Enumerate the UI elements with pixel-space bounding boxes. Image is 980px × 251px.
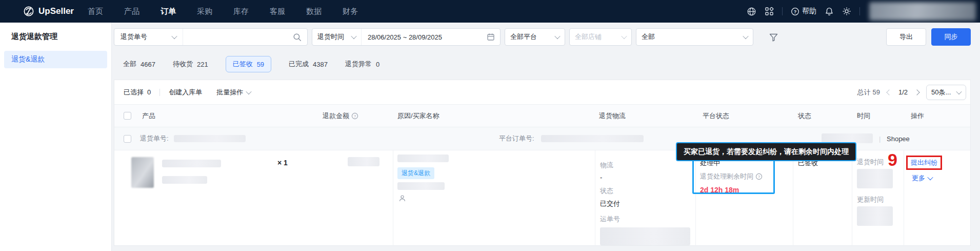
next-page-icon[interactable]: [914, 89, 919, 95]
annotation-number-9: 9: [888, 151, 897, 168]
filter-funnel-icon[interactable]: [769, 32, 778, 42]
nav-right-tools: ? 帮助: [747, 2, 976, 21]
platform-select[interactable]: 全部平台: [505, 28, 565, 46]
divider: |: [879, 135, 881, 143]
status-select[interactable]: 全部: [636, 28, 753, 46]
export-button[interactable]: 导出: [886, 28, 926, 46]
select-all-checkbox[interactable]: [124, 112, 131, 120]
nav-item-service[interactable]: 客服: [270, 7, 285, 16]
batch-operations-button[interactable]: 批量操作: [216, 88, 251, 97]
question-circle-icon[interactable]: ?: [755, 173, 763, 180]
calendar-icon[interactable]: [487, 33, 495, 41]
shop-select[interactable]: 全部店铺: [569, 28, 632, 46]
return-time-blurred: [857, 169, 893, 188]
settings-gear-icon[interactable]: [842, 7, 851, 16]
pagination: 总计 59 1/2 50条...: [857, 85, 966, 100]
status-cell: 已签收: [793, 150, 852, 246]
divider: [159, 89, 160, 96]
buyer-person-icon[interactable]: [398, 195, 406, 202]
help-label: 帮助: [802, 7, 816, 16]
returns-refunds-page: UpSeller 首页 产品 订单 采购 库存 客服 数据 财务 ? 帮: [0, 0, 980, 251]
results-card: 已选择0 创建入库单 批量操作 总计 59 1/2 50条...: [114, 80, 971, 246]
nav-item-purchase[interactable]: 采购: [197, 7, 212, 16]
search-type-value: 退货单号: [121, 32, 147, 42]
tab-to-receive[interactable]: 待收货221: [173, 60, 208, 69]
chevron-down-icon: [621, 33, 627, 39]
logistics-label: 物流: [600, 161, 695, 170]
product-cell: × 1: [114, 150, 317, 246]
nav-item-finance[interactable]: 财务: [343, 7, 358, 16]
actions-cell: 提出纠纷 更多: [904, 150, 970, 246]
return-no-label: 退货单号:: [140, 134, 169, 143]
row-checkbox[interactable]: [124, 135, 131, 143]
col-time: 时间: [857, 111, 870, 121]
logistics-value: -: [600, 173, 695, 181]
chevron-down-icon: [554, 33, 560, 39]
sidebar-title: 退货退款管理: [11, 32, 111, 42]
page-indicator: 1/2: [898, 88, 908, 96]
raise-dispute-link[interactable]: 提出纠纷: [906, 156, 942, 170]
remaining-time-row: 退货处理剩余时间 ?: [700, 172, 773, 181]
chevron-down-icon: [246, 88, 252, 94]
buyer-name-blurred: [397, 182, 445, 190]
tab-return-abnormal[interactable]: 退货异常0: [345, 60, 379, 69]
sync-button[interactable]: 同步: [931, 28, 971, 46]
tab-all[interactable]: 全部4667: [123, 60, 155, 69]
tab-completed[interactable]: 已完成4387: [289, 60, 328, 69]
date-range-value[interactable]: 28/06/2025 ~ 28/09/2025: [362, 33, 487, 41]
refund-amount-cell: [317, 150, 393, 246]
reason-blurred: [397, 155, 449, 162]
remaining-time-value: 2d 12h 18m: [700, 186, 773, 194]
chevron-down-icon: [956, 88, 962, 94]
dispute-tooltip: 买家已退货，若需要发起纠纷，请在剩余时间内处理: [676, 142, 856, 161]
create-inbound-button[interactable]: 创建入库单: [169, 88, 202, 97]
reason-buyer-cell: 退货&退款: [393, 150, 595, 246]
brand-logo[interactable]: UpSeller: [23, 6, 74, 17]
help-question-icon: ?: [791, 7, 799, 16]
col-reason-buyer: 原因/买家名称: [397, 111, 439, 121]
user-account-blurred[interactable]: [869, 2, 976, 21]
chevron-down-icon: [171, 33, 177, 39]
tab-received[interactable]: 已签收59: [226, 56, 271, 72]
col-status: 状态: [798, 111, 811, 121]
search-type-select[interactable]: 退货单号: [114, 29, 183, 45]
table-row: × 1 退货&退款 物流 - 状态 已交付 运单号: [114, 150, 970, 246]
platform-name: Shopee: [887, 135, 910, 143]
nav-item-home[interactable]: 首页: [88, 7, 103, 16]
search-group: 退货单号: [114, 28, 308, 46]
sidebar-item-returns-refunds[interactable]: 退货&退款: [4, 51, 107, 68]
more-actions-link[interactable]: 更多: [912, 173, 932, 183]
brand-name: UpSeller: [38, 6, 74, 16]
ship-status-value: 已交付: [600, 199, 695, 208]
col-return-logistics: 退货物流: [599, 111, 626, 121]
nav-item-products[interactable]: 产品: [124, 7, 139, 16]
nav-item-data[interactable]: 数据: [306, 7, 322, 16]
question-circle-icon[interactable]: ?: [351, 112, 358, 120]
language-globe-icon[interactable]: [747, 7, 756, 16]
col-actions: 操作: [911, 111, 924, 121]
search-input[interactable]: [183, 29, 293, 45]
product-title-blurred: [162, 160, 221, 167]
apps-grid-icon[interactable]: [765, 7, 774, 16]
platform-order-label: 平台订单号:: [499, 134, 534, 143]
col-refund-amount: 退款金额: [323, 111, 349, 121]
time-type-select[interactable]: 退货时间: [312, 29, 361, 45]
product-sku-blurred: [162, 176, 207, 184]
tab-count: 0: [376, 61, 379, 68]
filter-bar: 退货单号 退货时间 28/06/2025 ~ 28/09/2025 全部平台: [114, 28, 971, 46]
help-button[interactable]: ? 帮助: [791, 7, 816, 16]
page-size-select[interactable]: 50条...: [926, 85, 966, 100]
ship-status-label: 状态: [600, 186, 695, 196]
product-image-blurred[interactable]: [131, 157, 154, 188]
quantity: × 1: [277, 159, 288, 167]
nav-item-orders[interactable]: 订单: [161, 7, 176, 16]
search-icon[interactable]: [293, 33, 302, 42]
notification-bell-icon[interactable]: [825, 7, 834, 16]
svg-text:?: ?: [354, 113, 356, 118]
logistics-cell: 物流 - 状态 已交付 运单号: [595, 150, 696, 246]
upseller-logo-icon: [23, 6, 34, 17]
prev-page-icon[interactable]: [886, 89, 892, 95]
selected-count: 已选择0: [124, 88, 151, 97]
nav-item-inventory[interactable]: 库存: [233, 7, 249, 16]
chevron-down-icon: [351, 33, 356, 39]
